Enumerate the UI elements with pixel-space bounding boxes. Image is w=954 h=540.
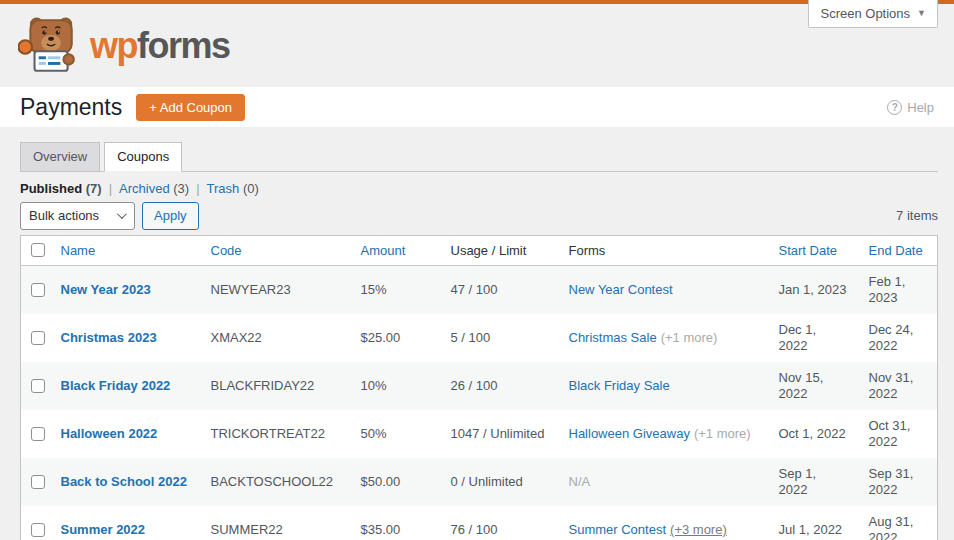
coupon-usage: 76 / 100 <box>441 506 559 540</box>
end-date: Sep 31, 2022 <box>859 458 938 506</box>
table-header: Name Code Amount Usage / Limit Forms Sta… <box>21 235 938 265</box>
coupon-name-link[interactable]: Back to School 2022 <box>61 474 187 489</box>
coupon-amount: 15% <box>351 265 441 314</box>
end-date: Oct 31, 2022 <box>859 410 938 458</box>
coupon-usage: 26 / 100 <box>441 362 559 410</box>
row-checkbox[interactable] <box>31 379 45 393</box>
screen-options-button[interactable]: Screen Options ▼ <box>808 0 938 28</box>
question-mark-icon: ? <box>887 100 902 115</box>
items-count: 7 items <box>896 208 938 223</box>
wpforms-wordmark: wpforms <box>90 28 230 64</box>
sort-name-header[interactable]: Name <box>61 243 96 258</box>
start-date: Jan 1, 2023 <box>769 265 859 314</box>
table-row: Black Friday 2022 BLACKFRIDAY22 10% 26 /… <box>21 362 938 410</box>
status-filters: Published (7)|Archived (3)|Trash (0) <box>20 181 938 196</box>
tab-bar: Overview Coupons <box>20 142 938 172</box>
coupon-name-link[interactable]: Summer 2022 <box>61 522 146 537</box>
select-all-checkbox[interactable] <box>31 243 45 257</box>
no-form-value: N/A <box>569 474 591 489</box>
form-link[interactable]: Halloween Giveaway <box>569 426 690 441</box>
top-toolbar: Bulk actions Apply 7 items <box>20 202 938 230</box>
end-date: Feb 1, 2023 <box>859 265 938 314</box>
add-coupon-button[interactable]: + Add Coupon <box>136 94 245 121</box>
archived-count: (3) <box>173 181 189 196</box>
row-checkbox[interactable] <box>31 475 45 489</box>
coupon-amount: $25.00 <box>351 314 441 362</box>
filter-separator: | <box>109 181 112 196</box>
coupon-name-link[interactable]: Christmas 2023 <box>61 330 157 345</box>
apply-button[interactable]: Apply <box>142 202 199 230</box>
end-date: Aug 31, 2022 <box>859 506 938 540</box>
published-count: (7) <box>86 181 102 196</box>
table-row: Summer 2022 SUMMER22 $35.00 76 / 100 Sum… <box>21 506 938 540</box>
coupon-name-link[interactable]: Black Friday 2022 <box>61 378 171 393</box>
page-header: Payments + Add Coupon ? Help <box>0 87 954 127</box>
coupon-name-link[interactable]: Halloween 2022 <box>61 426 158 441</box>
coupon-amount: 50% <box>351 410 441 458</box>
wpforms-bear-logo-icon <box>18 17 80 75</box>
sort-code-header[interactable]: Code <box>211 243 242 258</box>
tab-coupons[interactable]: Coupons <box>104 142 182 172</box>
coupon-code: NEWYEAR23 <box>201 265 351 314</box>
bulk-actions-select[interactable]: Bulk actions <box>20 202 135 230</box>
chevron-down-icon <box>117 209 127 219</box>
coupon-code: BLACKFRIDAY22 <box>201 362 351 410</box>
coupon-usage: 0 / Unlimited <box>441 458 559 506</box>
more-forms-note: (+1 more) <box>694 426 751 441</box>
form-link[interactable]: New Year Contest <box>569 282 673 297</box>
table-row: New Year 2023 NEWYEAR23 15% 47 / 100 New… <box>21 265 938 314</box>
form-link[interactable]: Black Friday Sale <box>569 378 670 393</box>
coupon-code: BACKTOSCHOOL22 <box>201 458 351 506</box>
sort-start-date-header[interactable]: Start Date <box>779 243 838 258</box>
start-date: Jul 1, 2022 <box>769 506 859 540</box>
start-date: Sep 1, 2022 <box>769 458 859 506</box>
coupon-usage: 47 / 100 <box>441 265 559 314</box>
trash-count: (0) <box>243 181 259 196</box>
coupon-name-link[interactable]: New Year 2023 <box>61 282 151 297</box>
table-row: Christmas 2023 XMAX22 $25.00 5 / 100 Chr… <box>21 314 938 362</box>
sort-end-date-header[interactable]: End Date <box>869 243 923 258</box>
screen-options-label: Screen Options <box>820 6 910 21</box>
end-date: Nov 31, 2022 <box>859 362 938 410</box>
content-area: Overview Coupons Published (7)|Archived … <box>0 127 954 540</box>
coupon-amount: 10% <box>351 362 441 410</box>
coupon-usage: 5 / 100 <box>441 314 559 362</box>
more-forms-note: (+1 more) <box>661 330 718 345</box>
coupon-code: TRICKORTREAT22 <box>201 410 351 458</box>
filter-separator: | <box>196 181 199 196</box>
table-row: Back to School 2022 BACKTOSCHOOL22 $50.0… <box>21 458 938 506</box>
start-date: Nov 15, 2022 <box>769 362 859 410</box>
coupon-code: SUMMER22 <box>201 506 351 540</box>
form-link[interactable]: Christmas Sale <box>569 330 657 345</box>
table-row: Halloween 2022 TRICKORTREAT22 50% 1047 /… <box>21 410 938 458</box>
more-forms-toggle[interactable]: (+3 more) <box>670 522 727 537</box>
start-date: Dec 1, 2022 <box>769 314 859 362</box>
help-label: Help <box>907 100 934 115</box>
end-date: Dec 24, 2022 <box>859 314 938 362</box>
tab-overview[interactable]: Overview <box>20 142 100 171</box>
forms-header: Forms <box>559 235 769 265</box>
form-link[interactable]: Summer Contest <box>569 522 667 537</box>
coupon-code: XMAX22 <box>201 314 351 362</box>
row-checkbox[interactable] <box>31 523 45 537</box>
page-title: Payments <box>20 96 122 119</box>
filter-archived-link[interactable]: Archived (3) <box>119 181 189 196</box>
start-date: Oct 1, 2022 <box>769 410 859 458</box>
coupon-amount: $35.00 <box>351 506 441 540</box>
coupons-table: Name Code Amount Usage / Limit Forms Sta… <box>20 235 938 540</box>
sort-amount-header[interactable]: Amount <box>361 243 406 258</box>
row-checkbox[interactable] <box>31 331 45 345</box>
chevron-down-icon: ▼ <box>917 9 926 18</box>
coupon-usage: 1047 / Unlimited <box>441 410 559 458</box>
filter-published-link[interactable]: Published (7) <box>20 181 102 196</box>
help-link[interactable]: ? Help <box>887 100 934 115</box>
usage-limit-header: Usage / Limit <box>441 235 559 265</box>
coupon-amount: $50.00 <box>351 458 441 506</box>
row-checkbox[interactable] <box>31 283 45 297</box>
row-checkbox[interactable] <box>31 427 45 441</box>
filter-trash-link[interactable]: Trash (0) <box>207 181 259 196</box>
